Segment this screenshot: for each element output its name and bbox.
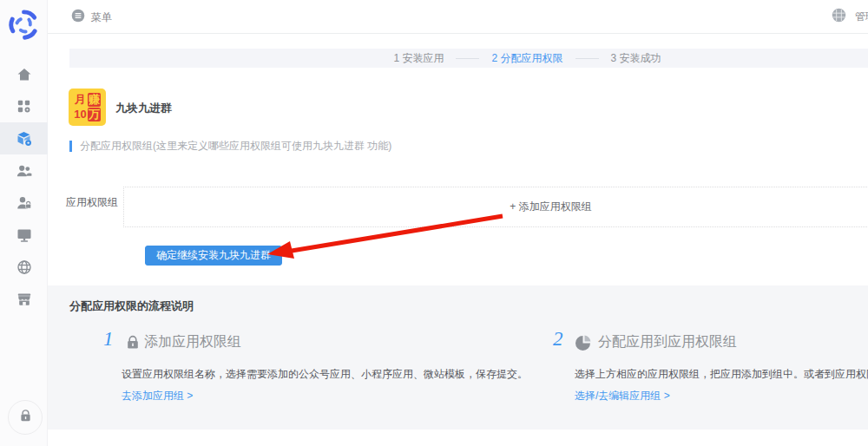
shop-icon — [16, 291, 33, 308]
sidebar — [0, 0, 48, 446]
app-icon-char: 万 — [88, 108, 101, 121]
sidebar-item-site[interactable] — [0, 251, 48, 283]
sidebar-nav — [0, 58, 48, 315]
process-title: 分配应用权限的流程说明 — [69, 298, 194, 314]
permission-group-label: 应用权限组 — [66, 195, 118, 210]
sidebar-item-shop[interactable] — [0, 283, 48, 315]
pie-chart-icon — [575, 334, 592, 355]
process-step2-desc: 选择上方相应的应用权限组，把应用添加到组中。或者到应用权限中编辑应用组。 — [575, 367, 868, 382]
hamburger-circle-icon — [71, 9, 85, 26]
globe-icon — [16, 259, 33, 276]
process-step1-desc: 设置应用权限组名称，选择需要添加的公众号应用、小程序应用、微站模板，保存提交。 — [122, 367, 528, 382]
sidebar-item-user-permission[interactable] — [0, 187, 48, 219]
monitor-icon — [16, 226, 33, 244]
lock-icon — [17, 408, 34, 428]
process-step2-title: 分配应用到应用权限组 — [598, 333, 737, 351]
sidebar-item-monitor[interactable] — [0, 219, 48, 251]
process-step1-title: 添加应用权限组 — [144, 333, 241, 351]
app-store-icon — [16, 130, 33, 148]
process-step1-number: 1 — [103, 328, 114, 351]
sidebar-item-home[interactable] — [0, 58, 48, 90]
step-divider — [575, 58, 599, 59]
sidebar-item-app-store[interactable] — [0, 122, 48, 154]
menu-button[interactable]: 菜单 — [71, 9, 112, 26]
home-icon — [16, 66, 33, 83]
select-edit-app-group-link[interactable]: 选择/去编辑应用组 > — [575, 389, 670, 403]
section-subtitle: 分配应用权限组(这里来定义哪些应用权限组可使用九块九进群 功能) — [69, 141, 391, 152]
step-install-success: 3 安装成功 — [611, 51, 661, 66]
brand-logo[interactable] — [7, 8, 41, 42]
users-icon — [16, 162, 33, 180]
sidebar-item-apps[interactable] — [0, 90, 48, 122]
permission-group-dropzone: + 添加应用权限组 — [123, 187, 868, 227]
app-icon-char: 10 — [74, 108, 86, 121]
lock-icon — [124, 334, 141, 355]
user-lock-icon — [16, 194, 33, 212]
app-name: 九块九进群 — [115, 101, 172, 116]
process-instructions: 分配应用权限的流程说明 1 添加应用权限组 设置应用权限组名称，选择需要添加的公… — [48, 285, 868, 430]
swirl-logo-icon — [7, 30, 41, 44]
install-stepper: 1 安装应用 2 分配应用权限 3 安装成功 — [69, 49, 868, 68]
sidebar-item-users[interactable] — [0, 154, 48, 187]
app-icon-char: 月 — [74, 93, 86, 107]
step-assign-permission: 2 分配应用权限 — [491, 51, 562, 66]
screen-lock-button[interactable] — [8, 400, 43, 435]
go-add-app-group-link[interactable]: 去添加应用组 > — [122, 389, 193, 403]
process-step2-number: 2 — [553, 328, 563, 351]
apps-grid-icon — [16, 98, 32, 115]
step-install-app: 1 安装应用 — [393, 51, 444, 66]
add-permission-group-button[interactable]: + 添加应用权限组 — [510, 200, 591, 214]
app-icon-char: 赚 — [88, 93, 101, 107]
confirm-install-button[interactable]: 确定继续安装九块九进群 — [145, 246, 282, 266]
avatar-icon — [832, 8, 846, 26]
step-divider — [456, 58, 479, 59]
user-account[interactable]: 管理 — [832, 8, 868, 26]
app-icon: 月赚10万 — [69, 89, 106, 126]
topbar: 菜单 管理 — [48, 0, 868, 34]
menu-label: 菜单 — [91, 10, 112, 25]
user-name-fragment: 管理 — [855, 10, 868, 24]
